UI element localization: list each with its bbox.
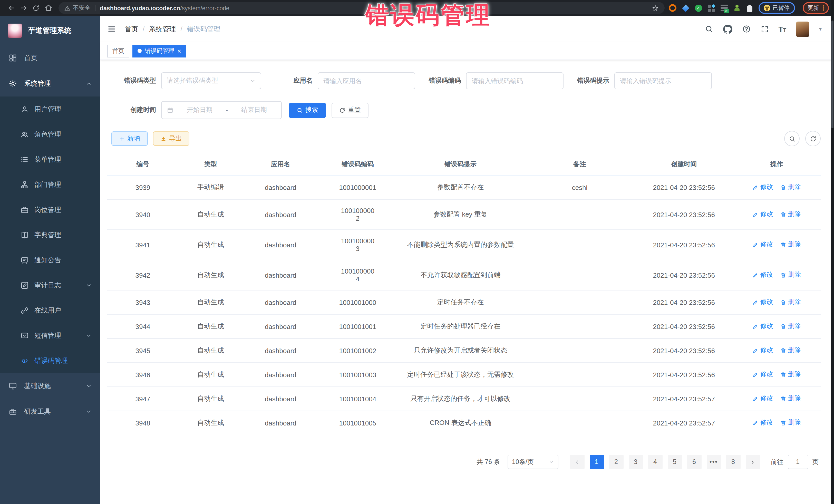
show-search-icon[interactable] (784, 131, 799, 146)
edit-link[interactable]: 修改 (753, 271, 773, 280)
table-row: 3945自动生成dashboard1001001002只允许修改为开启或者关闭状… (107, 338, 821, 363)
app-logo[interactable]: 芋道管理系统 (0, 16, 100, 45)
bookmark-star-icon[interactable] (652, 4, 659, 12)
edit-link[interactable]: 修改 (753, 346, 773, 355)
sidebar-item-sms-management[interactable]: 短信管理 (0, 323, 100, 348)
delete-link[interactable]: 删除 (781, 394, 801, 403)
date-range-picker[interactable]: 开始日期 - 结束日期 (161, 101, 282, 119)
page-scrollbar[interactable] (831, 0, 834, 504)
edit-link[interactable]: 修改 (753, 322, 773, 331)
close-icon[interactable]: × (177, 47, 181, 54)
error-hint-input[interactable] (614, 72, 712, 89)
sidebar-item-infrastructure[interactable]: 基础设施 (0, 373, 100, 399)
page-button-4[interactable]: 4 (648, 455, 662, 469)
github-icon[interactable] (723, 24, 732, 34)
sidebar-item-notice-announcement[interactable]: 通知公告 (0, 247, 100, 272)
delete-link[interactable]: 删除 (781, 346, 801, 355)
edit-link[interactable]: 修改 (753, 370, 773, 379)
page-size-select[interactable]: 10条/页 (507, 455, 558, 469)
help-icon[interactable] (742, 25, 751, 34)
reset-button[interactable]: 重置 (332, 103, 369, 118)
tab-error-code-management[interactable]: 错误码管理× (132, 44, 186, 57)
sidebar-item-user-management[interactable]: 用户管理 (0, 96, 100, 122)
extension-gem-icon[interactable] (681, 4, 689, 12)
breadcrumb-item[interactable]: 错误码管理 (187, 24, 220, 34)
more-pages-button[interactable]: ••• (706, 455, 721, 469)
search-icon[interactable] (704, 25, 713, 34)
home-icon[interactable] (42, 2, 54, 14)
browser-update-button[interactable]: 更新 (803, 2, 829, 14)
edit-link[interactable]: 修改 (753, 210, 773, 219)
extension-person-icon[interactable] (733, 4, 741, 12)
reload-icon[interactable] (30, 2, 42, 14)
page-button-2[interactable]: 2 (609, 455, 623, 469)
prev-page-button[interactable] (570, 455, 584, 469)
extension-grid-icon[interactable] (707, 4, 715, 12)
page-button-3[interactable]: 3 (629, 455, 643, 469)
chevron-down-icon[interactable]: ▾ (819, 26, 822, 32)
delete-link[interactable]: 删除 (781, 370, 801, 379)
sidebar-item-dept-management[interactable]: 部门管理 (0, 172, 100, 197)
sidebar-item-post-management[interactable]: 岗位管理 (0, 197, 100, 222)
search-button[interactable]: 搜索 (289, 103, 326, 118)
sidebar-item-home[interactable]: 首页 (0, 45, 100, 71)
error-code-input[interactable] (466, 72, 564, 89)
fullscreen-icon[interactable] (760, 25, 769, 33)
sidebar-item-error-code-management[interactable]: 错误码管理 (0, 348, 100, 373)
sidebar-item-online-users[interactable]: 在线用户 (0, 298, 100, 323)
error-type-label: 错误码类型 (107, 76, 156, 85)
security-label[interactable]: 不安全 (73, 4, 91, 12)
breadcrumb-item[interactable]: 首页 (125, 24, 138, 34)
delete-link[interactable]: 删除 (781, 322, 801, 331)
extension-puzzle-icon[interactable] (745, 4, 754, 12)
page-button-6[interactable]: 6 (687, 455, 701, 469)
profile-paused-chip[interactable]: 已暂停 (758, 2, 795, 14)
sidebar-item-menu-management[interactable]: 菜单管理 (0, 147, 100, 172)
edit-link[interactable]: 修改 (753, 419, 773, 427)
cell-hint: 不允许获取敏感配置到前端 (396, 260, 524, 290)
delete-link[interactable]: 删除 (781, 298, 801, 307)
error-type-select[interactable]: 请选择错误码类型 (161, 72, 261, 89)
back-icon[interactable] (5, 2, 18, 14)
address-bar[interactable]: 不安全 dashboard.yudao.iocoder.cn /system/e… (59, 2, 664, 14)
user-avatar[interactable] (796, 21, 809, 37)
goto-page-input[interactable] (788, 455, 808, 469)
next-page-button[interactable] (745, 455, 760, 469)
page-button-1[interactable]: 1 (589, 455, 604, 469)
refresh-icon[interactable] (805, 131, 821, 146)
sidebar-item-dev-tools[interactable]: 研发工具 (0, 399, 100, 424)
page-button-8[interactable]: 8 (726, 455, 740, 469)
extension-check-icon[interactable]: ✓ (694, 4, 702, 12)
hamburger-icon[interactable] (107, 25, 116, 34)
sidebar-item-audit-log[interactable]: 审计日志 (0, 272, 100, 298)
end-date-placeholder[interactable]: 结束日期 (232, 106, 276, 114)
page-button-5[interactable]: 5 (667, 455, 682, 469)
cell-code: 1001001000 (319, 290, 396, 314)
menu-dots-icon[interactable] (822, 5, 824, 11)
extension-orange-icon[interactable] (668, 4, 677, 12)
edit-link[interactable]: 修改 (753, 183, 773, 192)
export-button[interactable]: 导出 (153, 131, 190, 146)
edit-link[interactable]: 修改 (753, 240, 773, 249)
edit-link[interactable]: 修改 (753, 298, 773, 307)
sidebar-item-system-management[interactable]: 系统管理 (0, 71, 100, 96)
sidebar-item-dict-management[interactable]: 字典管理 (0, 222, 100, 247)
font-size-icon[interactable]: TT (778, 25, 786, 33)
edit-link[interactable]: 修改 (753, 394, 773, 403)
app-name-input[interactable] (318, 72, 415, 89)
tab-home[interactable]: 首页 (107, 44, 129, 57)
delete-link[interactable]: 删除 (781, 271, 801, 280)
cell-id: 3946 (107, 363, 179, 387)
delete-link[interactable]: 删除 (781, 240, 801, 249)
add-button[interactable]: 新增 (111, 131, 148, 146)
delete-link[interactable]: 删除 (781, 210, 801, 219)
sidebar-item-role-management[interactable]: 角色管理 (0, 122, 100, 147)
start-date-placeholder[interactable]: 开始日期 (178, 106, 222, 114)
scrollbar-thumb[interactable] (831, 21, 833, 128)
delete-link[interactable]: 删除 (781, 183, 801, 192)
extension-list-icon[interactable]: on (720, 4, 728, 12)
forward-icon[interactable] (18, 2, 30, 14)
breadcrumb-item[interactable]: 系统管理 (149, 24, 176, 34)
delete-link[interactable]: 删除 (781, 419, 801, 427)
cell-app: dashboard (242, 260, 319, 290)
